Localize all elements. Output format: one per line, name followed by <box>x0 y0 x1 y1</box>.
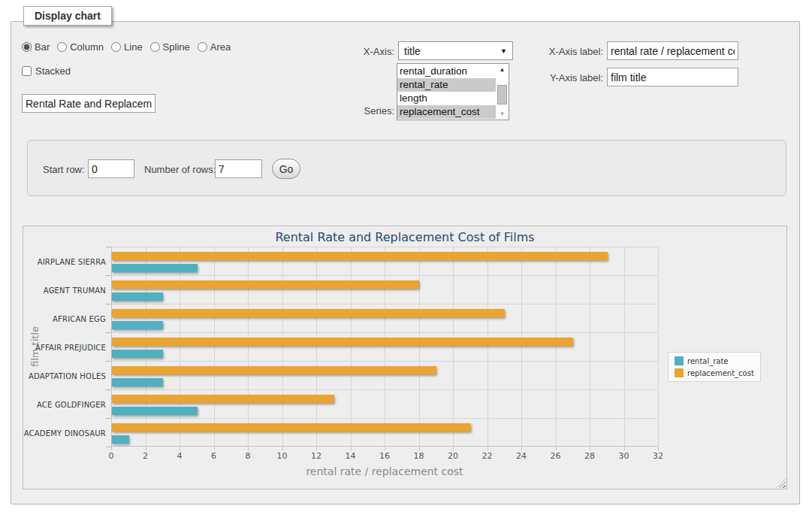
chart-type-radio-bar[interactable] <box>22 42 32 52</box>
x-axis-tick <box>111 447 112 450</box>
x-axis-tick <box>419 447 420 450</box>
y-axis-tick <box>106 389 111 390</box>
x-axis-select[interactable]: title ▼ <box>398 41 513 60</box>
x-axis-tick-label: 16 <box>371 451 398 461</box>
series-options: rental_durationrental_ratelengthreplacem… <box>397 64 496 120</box>
gridline <box>590 247 590 447</box>
series-option-length[interactable]: length <box>397 92 496 105</box>
y-axis-tick <box>106 275 111 276</box>
x-axis-tick <box>624 447 625 450</box>
chart-type-label-bar: Bar <box>35 41 50 53</box>
gridline <box>658 247 659 447</box>
chart-type-radio-spline[interactable] <box>150 42 160 52</box>
legend-swatch-rental_rate <box>675 356 684 365</box>
x-axis-tick-label: 26 <box>542 451 569 461</box>
x-axis-tick-label: 8 <box>234 451 261 461</box>
chart-type-radio-area[interactable] <box>198 42 207 52</box>
x-axis-tick-label: 10 <box>269 451 296 461</box>
bar-replacement_cost <box>112 280 419 289</box>
category-label: ADAPTATION HOLES <box>23 372 106 380</box>
category-separator <box>111 275 658 276</box>
start-row-input[interactable] <box>88 159 134 178</box>
bar-rental_rate <box>112 378 163 386</box>
chart-type-radio-group: BarColumnLineSplineArea <box>22 41 231 53</box>
gridline <box>351 247 352 447</box>
bar-replacement_cost <box>112 366 436 374</box>
go-button[interactable]: Go <box>272 159 300 179</box>
category-separator <box>111 332 658 333</box>
page: Display chart BarColumnLineSplineArea St… <box>0 0 812 512</box>
x-axis-tick-label: 2 <box>132 451 159 461</box>
y-axis-tick <box>106 247 111 247</box>
x-axis-tick <box>180 447 180 450</box>
bar-rental_rate <box>112 321 163 329</box>
x-axis-tick <box>658 447 659 450</box>
gridline <box>419 247 420 447</box>
chart-legend: rental_ratereplacement_cost <box>668 352 761 382</box>
chart-type-radio-line[interactable] <box>111 42 121 52</box>
stacked-row: Stacked <box>22 65 71 77</box>
chart-type-option-line: Line <box>111 41 143 53</box>
bar-rental_rate <box>112 264 198 272</box>
chart-type-label-line: Line <box>124 41 143 53</box>
legend-label: replacement_cost <box>687 369 754 377</box>
y-axis-tick <box>106 447 111 447</box>
category-separator <box>111 389 658 390</box>
scrollbar-thumb[interactable] <box>497 85 507 105</box>
chart-title: Rental Rate and Replacement Cost of Film… <box>23 230 786 244</box>
category-label: ACADEMY DINOSAUR <box>23 429 106 438</box>
legend-item-rental_rate[interactable]: rental_rate <box>675 356 754 365</box>
gridline <box>385 247 385 447</box>
panel-title: Display chart <box>23 6 112 26</box>
chart-type-option-column: Column <box>57 41 104 53</box>
x-axis-tick-label: 20 <box>439 451 466 461</box>
chart-type-option-spline: Spline <box>150 41 190 53</box>
category-label: AFFAIR PREJUDICE <box>23 344 106 352</box>
number-of-rows-input[interactable] <box>215 159 262 178</box>
bar-rental_rate <box>112 350 163 358</box>
chart-type-option-bar: Bar <box>22 41 50 53</box>
y-axis-tick <box>106 361 111 362</box>
gridline <box>556 247 557 447</box>
gridline <box>624 247 625 447</box>
stacked-label: Stacked <box>35 65 71 77</box>
series-option-rental_rate[interactable]: rental_rate <box>397 78 496 92</box>
category-separator <box>111 418 658 419</box>
scroll-up-icon[interactable]: ▲ <box>496 64 509 75</box>
bar-rental_rate <box>112 407 198 415</box>
series-option-replacement_cost[interactable]: replacement_cost <box>397 105 496 119</box>
x-axis-tick <box>351 447 352 450</box>
bar-replacement_cost <box>112 252 608 260</box>
chart-type-label-spline: Spline <box>163 41 190 53</box>
y-axis-label-label: Y-Axis label: <box>530 72 603 83</box>
legend-item-replacement_cost[interactable]: replacement_cost <box>675 368 754 377</box>
x-axis-selected-value: title <box>404 45 421 57</box>
series-option-rental_duration[interactable]: rental_duration <box>397 65 496 78</box>
x-axis-tick <box>488 447 488 450</box>
x-axis-tick-label: 22 <box>474 451 501 461</box>
resize-handle-icon[interactable] <box>777 479 786 488</box>
category-label: AIRPLANE SIERRA <box>23 258 106 266</box>
gridline <box>453 247 454 447</box>
x-axis-tick-label: 28 <box>576 451 603 461</box>
scrollbar[interactable]: ▲ ▼ <box>496 64 509 120</box>
bar-replacement_cost <box>112 338 573 346</box>
x-axis-tick-label: 6 <box>201 451 228 461</box>
x-axis-tick-label: 14 <box>337 451 364 461</box>
scroll-down-icon[interactable]: ▼ <box>496 108 509 120</box>
x-axis-tick <box>316 447 317 450</box>
series-multiselect[interactable]: rental_durationrental_ratelengthreplacem… <box>397 63 509 120</box>
x-axis-tick <box>521 447 522 450</box>
stacked-checkbox[interactable] <box>22 66 32 76</box>
bar-rental_rate <box>112 292 163 301</box>
chart-type-label-area: Area <box>210 41 231 53</box>
x-axis-label-input[interactable] <box>607 41 738 60</box>
y-axis-label-input[interactable] <box>607 68 738 86</box>
chart-type-radio-column[interactable] <box>57 42 67 52</box>
x-axis-tick-label: 32 <box>644 451 672 461</box>
chart-title-input[interactable] <box>22 94 155 113</box>
x-axis-select-label: X-Axis: <box>323 46 394 57</box>
x-axis-tick <box>385 447 385 450</box>
gridline <box>248 247 249 447</box>
y-axis-tick <box>106 418 111 419</box>
